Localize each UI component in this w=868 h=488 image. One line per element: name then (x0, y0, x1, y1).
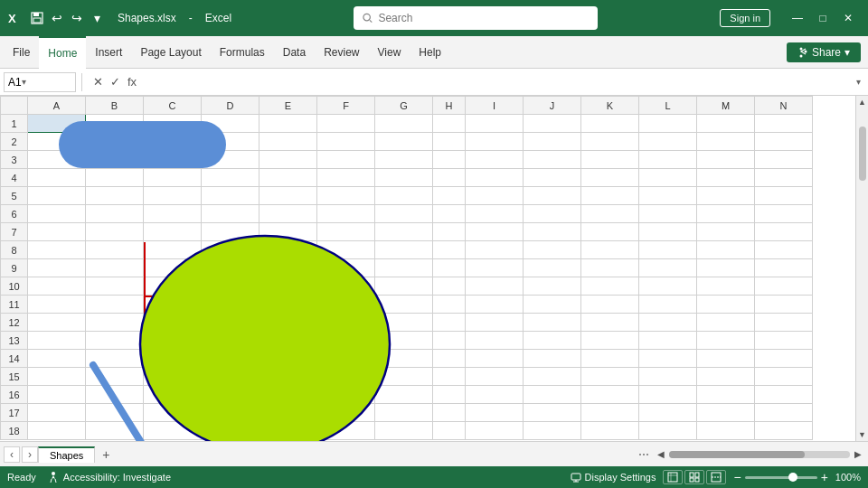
cell-j6[interactable] (524, 205, 581, 223)
col-header-i[interactable]: I (466, 97, 524, 115)
sheet-nav-next[interactable]: › (22, 446, 38, 463)
col-header-j[interactable]: J (524, 97, 581, 115)
cell-h11[interactable] (433, 296, 466, 314)
cell-c16[interactable] (144, 386, 202, 404)
row-header-14[interactable]: 14 (1, 350, 28, 368)
cell-d6[interactable] (202, 205, 259, 223)
cell-b4[interactable] (86, 169, 144, 187)
cell-c9[interactable] (144, 259, 202, 277)
cell-f11[interactable] (317, 296, 375, 314)
cell-g7[interactable] (375, 223, 433, 241)
cell-j16[interactable] (524, 386, 581, 404)
page-break-view-button[interactable] (706, 470, 726, 484)
cell-a9[interactable] (28, 259, 86, 277)
row-header-5[interactable]: 5 (1, 187, 28, 205)
cell-h17[interactable] (433, 404, 466, 422)
share-button[interactable]: Share ▾ (787, 42, 861, 62)
cell-j14[interactable] (524, 350, 581, 368)
cell-j2[interactable] (524, 133, 581, 151)
cell-d14[interactable] (202, 350, 259, 368)
cell-k12[interactable] (581, 314, 639, 332)
cell-b2[interactable] (86, 133, 144, 151)
cell-e1[interactable] (259, 115, 317, 133)
cancel-formula-button[interactable]: ✕ (91, 75, 105, 89)
cell-b13[interactable] (86, 332, 144, 350)
cell-j12[interactable] (524, 314, 581, 332)
cell-j7[interactable] (524, 223, 581, 241)
cell-m14[interactable] (697, 350, 755, 368)
cell-k3[interactable] (581, 151, 639, 169)
cell-h1[interactable] (433, 115, 466, 133)
cell-l16[interactable] (639, 386, 697, 404)
cell-b5[interactable] (86, 187, 144, 205)
h-scroll-left[interactable]: ◀ (655, 449, 667, 459)
cell-c18[interactable] (144, 422, 202, 440)
row-header-3[interactable]: 3 (1, 151, 28, 169)
tab-page-layout[interactable]: Page Layout (131, 36, 210, 69)
row-header-12[interactable]: 12 (1, 314, 28, 332)
cell-n8[interactable] (755, 241, 813, 259)
col-header-c[interactable]: C (144, 97, 202, 115)
cell-k18[interactable] (581, 422, 639, 440)
cell-h13[interactable] (433, 332, 466, 350)
page-layout-view-button[interactable] (684, 470, 704, 484)
cell-g3[interactable] (375, 151, 433, 169)
cell-d5[interactable] (202, 187, 259, 205)
cell-i13[interactable] (466, 332, 524, 350)
cell-c13[interactable] (144, 332, 202, 350)
cell-a7[interactable] (28, 223, 86, 241)
cell-f8[interactable] (317, 241, 375, 259)
cell-b17[interactable] (86, 404, 144, 422)
cell-d10[interactable] (202, 277, 259, 296)
cell-g11[interactable] (375, 296, 433, 314)
cell-c4[interactable] (144, 169, 202, 187)
cell-f16[interactable] (317, 386, 375, 404)
cell-j3[interactable] (524, 151, 581, 169)
col-header-k[interactable]: K (581, 97, 639, 115)
cell-b18[interactable] (86, 422, 144, 440)
cell-c1[interactable] (144, 115, 202, 133)
cell-g18[interactable] (375, 422, 433, 440)
cell-d8[interactable] (202, 241, 259, 259)
cell-n4[interactable] (755, 169, 813, 187)
cell-i8[interactable] (466, 241, 524, 259)
cell-i18[interactable] (466, 422, 524, 440)
row-header-8[interactable]: 8 (1, 241, 28, 259)
cell-b8[interactable] (86, 241, 144, 259)
undo-icon[interactable]: ↩ (49, 10, 65, 26)
cell-i5[interactable] (466, 187, 524, 205)
cell-e11[interactable] (259, 296, 317, 314)
customize-icon[interactable]: ▾ (89, 10, 105, 26)
cell-i10[interactable] (466, 277, 524, 296)
zoom-slider[interactable]: − + (733, 470, 827, 484)
cell-n7[interactable] (755, 223, 813, 241)
cell-m17[interactable] (697, 404, 755, 422)
close-button[interactable]: ✕ (835, 5, 861, 31)
cell-a6[interactable] (28, 205, 86, 223)
cell-n14[interactable] (755, 350, 813, 368)
col-header-f[interactable]: F (317, 97, 375, 115)
cell-h15[interactable] (433, 368, 466, 386)
cell-k17[interactable] (581, 404, 639, 422)
cell-f17[interactable] (317, 404, 375, 422)
cell-e3[interactable] (259, 151, 317, 169)
scroll-down-button[interactable]: ▼ (856, 428, 868, 441)
cell-e18[interactable] (259, 422, 317, 440)
name-box-arrow[interactable]: ▾ (22, 77, 26, 87)
tab-file[interactable]: File (4, 36, 39, 69)
cell-e6[interactable] (259, 205, 317, 223)
cell-d18[interactable] (202, 422, 259, 440)
tab-help[interactable]: Help (410, 36, 450, 69)
cell-m15[interactable] (697, 368, 755, 386)
cell-m9[interactable] (697, 259, 755, 277)
cell-i7[interactable] (466, 223, 524, 241)
cell-d12[interactable] (202, 314, 259, 332)
cell-n9[interactable] (755, 259, 813, 277)
cell-k13[interactable] (581, 332, 639, 350)
search-input[interactable] (378, 12, 589, 24)
cell-g6[interactable] (375, 205, 433, 223)
cell-g12[interactable] (375, 314, 433, 332)
cell-k11[interactable] (581, 296, 639, 314)
cell-f6[interactable] (317, 205, 375, 223)
cell-l17[interactable] (639, 404, 697, 422)
